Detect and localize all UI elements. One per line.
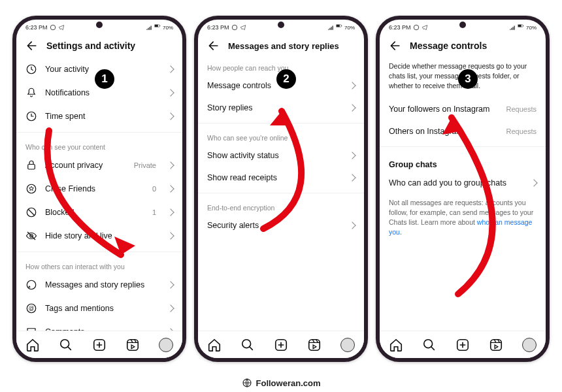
nav-profile[interactable] — [340, 337, 355, 353]
row-label: Time spent — [45, 112, 160, 121]
section-label: End-to-end encryption — [198, 197, 364, 214]
nav-home[interactable] — [207, 337, 222, 353]
row-label: Story replies — [207, 103, 252, 112]
row-value: Requests — [506, 127, 537, 135]
svg-rect-6 — [28, 165, 35, 170]
arrow-left-icon — [207, 39, 220, 52]
back-button[interactable] — [389, 39, 402, 52]
whatsapp-icon — [413, 24, 420, 31]
nav-profile[interactable] — [521, 337, 537, 353]
page-title: Settings and activity — [46, 41, 135, 51]
nav-search[interactable] — [422, 337, 437, 353]
phone-2: 6:23 PM 70% Messages and story replies H… — [194, 16, 368, 362]
chevron-right-icon — [348, 82, 355, 89]
chevron-right-icon — [167, 232, 174, 239]
chevron-right-icon — [348, 174, 355, 181]
battery-percent: 70% — [526, 25, 537, 31]
chevron-right-icon — [167, 208, 174, 216]
block-icon — [25, 206, 37, 218]
svg-rect-2 — [155, 25, 158, 27]
row-value: 0 — [152, 185, 156, 193]
svg-text:@: @ — [29, 306, 34, 312]
divider — [198, 123, 364, 123]
row-label: Your followers on Instagram — [389, 105, 489, 114]
settings-row[interactable]: Messages and story replies — [16, 273, 182, 297]
settings-row[interactable]: Close Friends0 — [16, 177, 182, 201]
footer-text: Followeran.com — [256, 378, 321, 388]
settings-row[interactable]: Others on InstagramRequests — [380, 120, 546, 142]
tag-icon: @ — [25, 302, 37, 314]
settings-row[interactable]: Security alerts — [198, 214, 364, 237]
nav-search[interactable] — [240, 337, 256, 353]
nav-home[interactable] — [25, 337, 41, 353]
phone-3: 6:23 PM 70% Message controls Decide whet… — [376, 16, 550, 362]
camera-notch — [96, 22, 103, 28]
nav-profile[interactable] — [158, 337, 174, 353]
nav-create[interactable] — [91, 337, 107, 353]
step-badge-2: 2 — [276, 69, 296, 89]
settings-content: Your activityNotificationsTime spent Who… — [16, 57, 182, 354]
page-title: Messages and story replies — [228, 41, 339, 51]
app-bar: Settings and activity — [16, 33, 182, 57]
bottom-nav — [380, 331, 546, 358]
settings-row[interactable]: Hide story and live — [16, 224, 182, 248]
home-icon — [25, 338, 40, 352]
settings-row[interactable]: Time spent — [16, 105, 182, 128]
group-chats-heading: Group chats — [380, 151, 546, 172]
svg-rect-3 — [159, 25, 160, 27]
plus-square-icon — [92, 338, 107, 352]
svg-rect-19 — [127, 339, 139, 350]
row-label: Who can add you to group chats — [389, 178, 506, 188]
svg-point-0 — [50, 25, 56, 30]
settings-row[interactable]: Your followers on InstagramRequests — [380, 98, 546, 120]
nav-reels[interactable] — [306, 337, 322, 353]
settings-row[interactable]: Blocked1 — [16, 201, 182, 224]
nav-reels[interactable] — [125, 337, 140, 353]
settings-row[interactable]: Show activity status — [198, 144, 364, 167]
hide-icon — [25, 230, 37, 242]
row-label: Security alerts — [207, 221, 259, 230]
chevron-right-icon — [530, 179, 537, 186]
app-bar: Messages and story replies — [198, 33, 364, 57]
nav-reels[interactable] — [488, 337, 504, 353]
back-button[interactable] — [25, 39, 39, 52]
settings-row[interactable]: Show read receipts — [198, 167, 364, 189]
divider — [198, 193, 364, 193]
whatsapp-icon — [50, 24, 56, 31]
messages-content: How people can reach you Message control… — [198, 57, 364, 354]
section-label: Who can see you're online — [198, 127, 364, 144]
battery-icon — [154, 24, 161, 31]
section-label: Who can see your content — [16, 137, 182, 154]
chevron-right-icon — [348, 152, 355, 159]
settings-row[interactable]: @Tags and mentions — [16, 297, 182, 320]
svg-rect-33 — [491, 339, 502, 350]
nav-create[interactable] — [273, 337, 289, 353]
battery-percent: 70% — [344, 25, 355, 31]
lock-icon — [25, 159, 37, 171]
nav-home[interactable] — [388, 337, 404, 353]
search-icon — [422, 338, 437, 352]
svg-rect-29 — [518, 25, 521, 27]
reels-icon — [307, 338, 322, 352]
settings-row[interactable]: Story replies — [198, 97, 364, 119]
avatar-icon — [522, 338, 537, 352]
chevron-right-icon — [348, 104, 355, 111]
nav-search[interactable] — [58, 337, 74, 353]
plus-square-icon — [455, 338, 470, 352]
clock-icon — [25, 110, 37, 122]
battery-icon — [518, 24, 524, 31]
row-group-add[interactable]: Who can add you to group chats — [380, 172, 546, 194]
signal-icon — [509, 24, 516, 31]
home-icon — [389, 338, 403, 352]
reels-icon — [125, 338, 140, 352]
svg-point-20 — [232, 25, 237, 30]
settings-row[interactable]: Account privacyPrivate — [16, 154, 182, 177]
step-badge-3: 3 — [458, 69, 478, 89]
svg-point-10 — [27, 280, 36, 289]
nav-create[interactable] — [455, 337, 471, 353]
signal-icon — [327, 24, 334, 31]
app-bar: Message controls — [380, 33, 546, 57]
divider — [380, 146, 546, 147]
back-button[interactable] — [207, 39, 220, 52]
step-badge-1: 1 — [95, 69, 114, 89]
